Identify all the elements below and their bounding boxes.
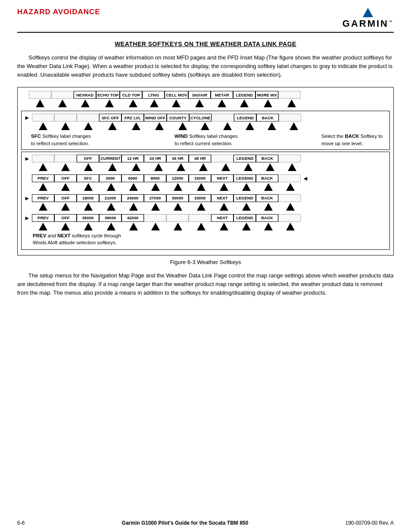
sk-cell: BACK <box>256 174 278 182</box>
sk-cell: OFF <box>77 155 99 162</box>
sk-cell: CELL MOV <box>165 91 188 99</box>
intro-paragraph: Softkeys control the display of weather … <box>17 53 394 79</box>
row3-labels: ► OFF CURRENT 12 HR 24 HR 36 HR 48 HR LE… <box>24 155 387 162</box>
row2-labels: ► SFC OFF FRZ LVL WIND OFF COUNTY CYCLON… <box>24 114 387 121</box>
row5-labels: ► PREV OFF 18000 21000 24000 27000 30000… <box>24 194 387 202</box>
row6-labels: ► PREV OFF 36000 39000 42000 NEXT LEGEND… <box>24 214 387 222</box>
prev-next-note: PREV and NEXT softkeys cycle throughWind… <box>33 232 383 246</box>
row2-triangles <box>24 122 387 130</box>
sk-cell: NEXT <box>211 194 234 202</box>
sk-cell: SFC <box>77 174 99 182</box>
sk-cell: PREV <box>32 194 54 202</box>
row2-annotations: SFC Softkey label changesto reflect curr… <box>31 133 383 146</box>
sk-cell <box>32 114 54 121</box>
sk-cell <box>278 194 301 202</box>
sk-cell: LEGEND <box>234 174 256 182</box>
sk-cell <box>166 214 189 222</box>
sk-cell: BACK <box>256 194 278 202</box>
sk-cell: CURRENT <box>99 155 121 162</box>
row5-triangles <box>24 203 387 211</box>
sk-cell: SFC OFF <box>99 114 121 121</box>
sk-cell <box>54 114 77 121</box>
row3-triangles <box>24 163 387 171</box>
sk-cell: LEGEND <box>234 155 256 162</box>
sk-cell: SIG/AIR <box>188 91 211 99</box>
sk-cell: LEGEND <box>234 214 256 222</box>
sk-cell: 12000 <box>166 174 189 182</box>
sk-cell <box>32 155 54 162</box>
section-title: WEATHER SOFTKEYS ON THE WEATHER DATA LIN… <box>17 40 394 47</box>
sk-cell <box>29 91 51 99</box>
sk-cell: MORE WX <box>255 91 278 99</box>
sk-cell: 9000 <box>144 174 166 182</box>
sk-cell: 33000 <box>189 194 211 202</box>
page-header: HAZARD AVOIDANCE GARMIN™ <box>17 8 394 33</box>
sk-cell <box>279 114 301 121</box>
sk-cell <box>278 155 301 162</box>
sk-cell: 21000 <box>99 194 121 202</box>
sk-cell: LTNG <box>142 91 165 99</box>
sk-cell: 27000 <box>144 194 166 202</box>
sk-cell: LEGEND <box>233 91 255 99</box>
sk-cell: NEXT <box>211 174 234 182</box>
row2-note-right: Select the BACK Softkey tomove up one le… <box>321 133 383 146</box>
sk-cell: 12 HR <box>121 155 144 162</box>
sk-cell: PREV <box>32 214 54 222</box>
sk-cell: BACK <box>256 114 279 121</box>
sk-cell: OFF <box>54 174 77 182</box>
garmin-triangle-icon <box>363 8 373 17</box>
sk-cell: 30000 <box>166 194 189 202</box>
footer-page-number: 6-6 <box>17 520 25 526</box>
sk-cell: METAR <box>211 91 233 99</box>
row6-triangles <box>24 223 387 230</box>
garmin-logo: GARMIN™ <box>342 8 394 29</box>
sk-cell: WIND OFF <box>144 114 167 121</box>
sk-cell: 24000 <box>121 194 144 202</box>
sk-cell: OFF <box>54 194 77 202</box>
sk-cell <box>189 214 211 222</box>
sk-cell <box>278 91 301 99</box>
sk-cell <box>77 114 99 121</box>
sk-cell: 3000 <box>99 174 121 182</box>
sk-cell: CYCLONE <box>189 114 212 121</box>
sk-cell: 42000 <box>121 214 144 222</box>
sk-cell: 18000 <box>77 194 99 202</box>
page-footer: 6-6 Garmin G1000 Pilot's Guide for the S… <box>17 520 394 526</box>
sk-cell: LEGEND <box>234 114 256 121</box>
footer-title: Garmin G1000 Pilot's Guide for the Socat… <box>122 520 249 526</box>
sk-cell: BACK <box>256 214 278 222</box>
row2-note-left: SFC Softkey label changesto reflect curr… <box>31 133 91 146</box>
sk-cell: 24 HR <box>144 155 166 162</box>
row4-labels: PREV OFF SFC 3000 6000 9000 12000 15000 … <box>24 174 387 182</box>
sk-cell <box>212 114 234 121</box>
section-header-title: HAZARD AVOIDANCE <box>17 8 100 16</box>
row2-note-center: WIND Softkey label changesto reflect cur… <box>174 133 237 146</box>
sk-cell: BACK <box>256 155 278 162</box>
sk-cell <box>144 214 166 222</box>
row1-labels: NEXRAD ECHO TOP CLD TOP LTNG CELL MOV SI… <box>21 91 390 99</box>
sk-cell: 15000 <box>189 174 211 182</box>
sk-cell: 39000 <box>99 214 121 222</box>
sk-cell <box>54 155 77 162</box>
sk-cell <box>278 174 301 182</box>
sk-cell: 6000 <box>121 174 144 182</box>
row2-box: ► SFC OFF FRZ LVL WIND OFF COUNTY CYCLON… <box>21 111 390 149</box>
sk-cell: ECHO TOP <box>96 91 120 99</box>
garmin-logo-text: GARMIN™ <box>342 18 394 29</box>
sk-cell: 48 HR <box>189 155 211 162</box>
sk-cell: COUNTY <box>167 114 189 121</box>
row4-triangles <box>24 183 387 191</box>
sk-cell <box>211 155 234 162</box>
sk-cell <box>51 91 74 99</box>
sk-cell: OFF <box>54 214 77 222</box>
sk-cell: NEXT <box>211 214 234 222</box>
sk-cell: 36 HR <box>166 155 189 162</box>
sk-cell: FRZ LVL <box>121 114 144 121</box>
diagram-area: NEXRAD ECHO TOP CLD TOP LTNG CELL MOV SI… <box>17 87 394 255</box>
bottom-paragraph: The setup menus for the Navigation Map P… <box>17 271 394 297</box>
sk-cell: PREV <box>32 174 54 182</box>
sk-cell: LEGEND <box>234 194 256 202</box>
sk-cell: NEXRAD <box>74 91 96 99</box>
sk-cell: 36000 <box>77 214 99 222</box>
footer-doc-number: 190-00709-00 Rev. A <box>345 520 394 526</box>
